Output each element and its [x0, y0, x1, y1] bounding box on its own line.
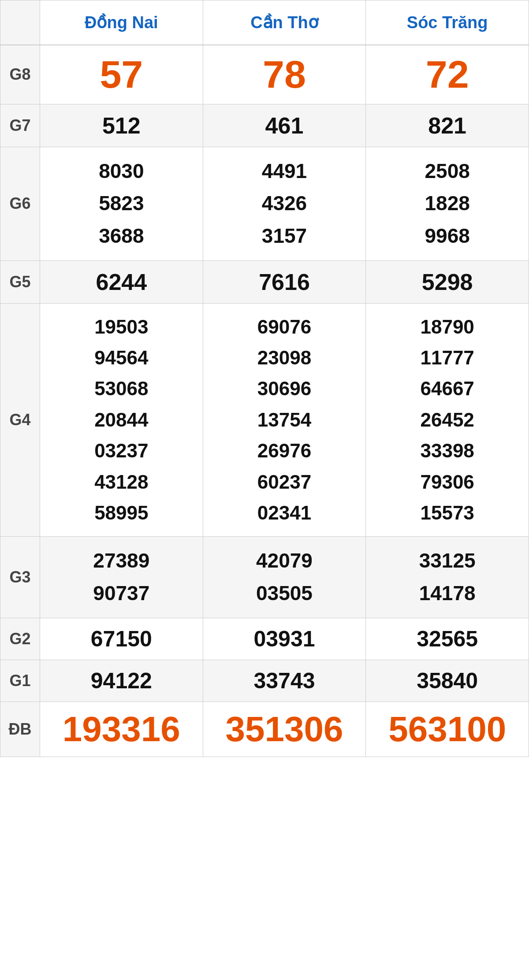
g5-dong-nai: 6244 [40, 260, 203, 303]
row-label-g7: G7 [0, 104, 40, 147]
row-label-g2: G2 [0, 618, 40, 660]
row-label-db: ĐB [0, 702, 40, 757]
g6-soc-trang: 250818289968 [366, 147, 529, 260]
g2-can-tho: 03931 [203, 618, 366, 660]
row-label-g5: G5 [0, 260, 40, 303]
g1-dong-nai: 94122 [40, 660, 203, 702]
db-can-tho: 351306 [203, 702, 366, 757]
g8-soc-trang: 72 [366, 45, 529, 104]
g2-dong-nai: 67150 [40, 618, 203, 660]
g3-dong-nai: 2738990737 [40, 537, 203, 618]
g4-dong-nai: 19503945645306820844032374312858995 [40, 303, 203, 537]
g8-dong-nai: 57 [40, 45, 203, 104]
g3-can-tho: 4207903505 [203, 537, 366, 618]
g8-can-tho: 78 [203, 45, 366, 104]
g7-can-tho: 461 [203, 104, 366, 147]
g7-soc-trang: 821 [366, 104, 529, 147]
header-empty [0, 0, 40, 45]
g1-soc-trang: 35840 [366, 660, 529, 702]
lottery-table: Đồng Nai Cần Thơ Sóc Trăng G8 57 78 72 G… [0, 0, 529, 757]
g4-soc-trang: 18790117776466726452333987930615573 [366, 303, 529, 537]
header-dong-nai: Đồng Nai [40, 0, 203, 45]
g1-can-tho: 33743 [203, 660, 366, 702]
row-label-g8: G8 [0, 45, 40, 104]
row-label-g6: G6 [0, 147, 40, 260]
row-label-g3: G3 [0, 537, 40, 618]
g6-can-tho: 449143263157 [203, 147, 366, 260]
g4-can-tho: 69076230983069613754269766023702341 [203, 303, 366, 537]
g7-dong-nai: 512 [40, 104, 203, 147]
g2-soc-trang: 32565 [366, 618, 529, 660]
g6-dong-nai: 803058233688 [40, 147, 203, 260]
db-dong-nai: 193316 [40, 702, 203, 757]
g3-soc-trang: 3312514178 [366, 537, 529, 618]
db-soc-trang: 563100 [366, 702, 529, 757]
g5-soc-trang: 5298 [366, 260, 529, 303]
header-soc-trang: Sóc Trăng [366, 0, 529, 45]
g5-can-tho: 7616 [203, 260, 366, 303]
row-label-g4: G4 [0, 303, 40, 537]
row-label-g1: G1 [0, 660, 40, 702]
header-can-tho: Cần Thơ [203, 0, 366, 45]
